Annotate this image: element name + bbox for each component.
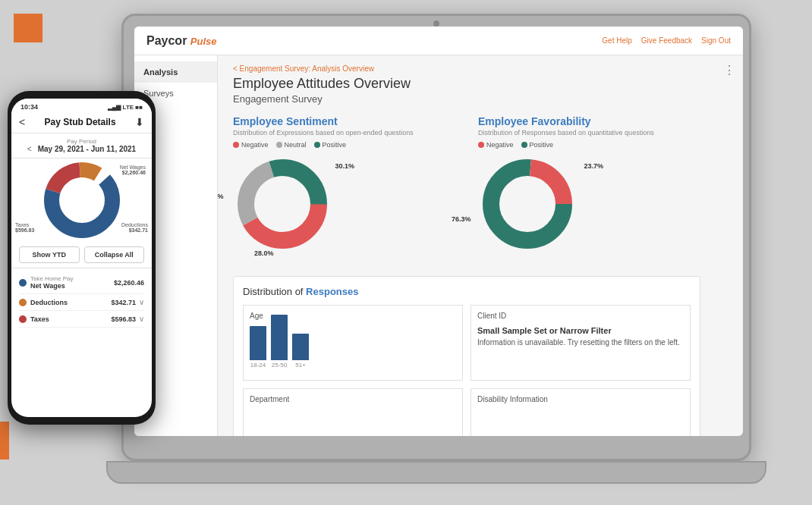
fav-label-positive: 76.3% [452,215,471,223]
distribution-title-bold: Responses [306,286,358,297]
phone-summary: Take Home Pay Net Wages $2,260.46 Deduct… [11,268,152,331]
sentiment-legend: Negative Neutral Positive [233,141,455,149]
sentiment-label-negative: 41.9% [218,193,224,200]
app-logo: Paycor Pulse [146,34,217,48]
fav-positive-dot [521,142,527,148]
fav-positive-label: Positive [530,141,554,149]
summary-taxes-left: Taxes [19,315,49,323]
pay-period-label: Pay Period [19,138,144,145]
sidebar-item-analysis[interactable]: Analysis [134,61,217,83]
negative-label: Negative [241,141,269,149]
deductions-chevron: ∨ [139,298,144,306]
download-icon[interactable]: ⬇ [135,116,144,128]
taxes-chevron: ∨ [139,315,144,323]
phone-taxes-label: Taxes$596.83 [15,222,34,233]
dist-client-title: Client ID [477,312,684,320]
dist-cell-client-id: Client ID Small Sample Set or Narrow Fil… [471,305,691,381]
fav-legend-negative: Negative [478,141,514,149]
back-button[interactable]: < [19,116,25,128]
nav-give-feedback[interactable]: Give Feedback [641,36,692,45]
collapse-all-button[interactable]: Collapse All [84,246,145,263]
phone-chart-area: Net Wages$2,260.46 Taxes$596.83 Deductio… [11,158,152,242]
age-bar-chart: 18-24 25-50 51+ [250,326,456,372]
distribution-grid: Age 18-24 25-50 [243,305,691,436]
summary-net-wages-left: Take Home Pay Net Wages [19,275,73,290]
sentiment-chart-subtitle: Distribution of Expressions based on ope… [233,129,455,136]
sentiment-label-neutral: 28.0% [254,249,274,257]
main-content: < Engagement Survey: Analysis Overview E… [218,55,716,436]
negative-dot [233,142,239,148]
phone-status-bar: 10:34 ▂▄▆ LTE ■■ [11,99,152,113]
fav-legend-positive: Positive [521,141,554,149]
dist-disability-title: Disability Information [477,395,684,403]
app-header: Paycor Pulse Get Help Give Feedback Sign… [134,27,743,55]
page-subtitle: Engagement Survey [233,93,700,105]
empty-title: Small Sample Set or Narrow Filter [477,326,684,335]
dist-cell-disability: Disability Information [471,388,691,436]
favorability-chart-title: Employee Favorability [478,115,700,127]
pay-period-prev[interactable]: < [27,145,32,153]
fav-negative-dot [478,142,484,148]
phone-page-title: Pay Stub Details [45,117,116,127]
phone-time: 10:34 [20,103,38,111]
phone-net-wages-label: Net Wages$2,260.46 [120,165,146,175]
sentiment-legend-positive: Positive [314,141,347,149]
breadcrumb: < Engagement Survey: Analysis Overview [233,64,700,73]
nav-get-help[interactable]: Get Help [602,36,631,45]
net-wages-labels: Take Home Pay Net Wages [30,275,73,290]
phone-deductions-label: Deductions$342.71 [121,222,148,233]
distribution-section: Distribution of Responses Age 18- [233,276,700,436]
summary-deductions[interactable]: Deductions $342.71 ∨ [19,294,144,311]
sentiment-legend-negative: Negative [233,141,269,149]
pay-period-section: Pay Period < May 29, 2021 - Jun 11, 2021 [11,133,152,158]
deductions-label: Deductions [30,299,68,306]
phone-signal: ▂▄▆ LTE ■■ [108,104,143,111]
deductions-dot [19,299,27,306]
laptop-base [106,461,766,484]
charts-row: Employee Sentiment Distribution of Expre… [233,115,700,261]
bar-25-50 [271,315,288,360]
pay-period-nav: < May 29, 2021 - Jun 11, 2021 [19,145,144,153]
net-wages-value: $2,260.46 [114,279,144,287]
sentiment-legend-neutral: Neutral [276,141,307,149]
laptop-webcam [433,20,439,27]
favorability-legend: Negative Positive [478,141,700,149]
three-dots-menu[interactable]: ⋮ [716,55,743,436]
app-nav-links: Get Help Give Feedback Sign Out [602,36,731,45]
fav-label-negative: 23.7% [584,162,603,170]
app-body: Analysis Surveys < Engagement Survey: An… [134,55,743,436]
client-id-empty: Small Sample Set or Narrow Filter Inform… [477,326,684,347]
neutral-label: Neutral [285,141,307,149]
fav-negative-label: Negative [486,141,514,149]
summary-deductions-left: Deductions [19,299,68,306]
app-screen: Paycor Pulse Get Help Give Feedback Sign… [134,27,743,436]
phone-screen: 10:34 ▂▄▆ LTE ■■ < Pay Stub Details ⬇ Pa… [11,99,152,417]
laptop-screen: Paycor Pulse Get Help Give Feedback Sign… [134,27,743,436]
bar-group-25-50: 25-50 [271,315,288,369]
dist-dept-title: Department [250,395,456,403]
positive-dot [314,142,320,148]
laptop-body: Paycor Pulse Get Help Give Feedback Sign… [121,14,751,461]
deductions-value: $342.71 [111,299,136,306]
empty-body: Information is unavailable. Try resettin… [477,338,680,347]
phone-header: < Pay Stub Details ⬇ [11,113,152,133]
app-logo-pulse: Pulse [190,36,217,47]
summary-taxes[interactable]: Taxes $596.83 ∨ [19,311,144,328]
decorative-square-top [14,14,42,42]
phone-device: 10:34 ▂▄▆ LTE ■■ < Pay Stub Details ⬇ Pa… [8,91,156,425]
taxes-value: $596.83 [111,315,136,323]
positive-label: Positive [323,141,347,149]
dist-cell-age: Age 18-24 25-50 [243,305,463,381]
decorative-square-bottom [0,422,9,460]
net-wages-mainlabel: Net Wages [30,282,73,290]
nav-sign-out[interactable]: Sign Out [701,36,731,45]
summary-net-wages: Take Home Pay Net Wages $2,260.46 [19,271,144,294]
bar-group-18-24: 18-24 [250,326,266,369]
bar-51plus [292,334,309,360]
bar-label-51plus: 51+ [295,362,306,369]
sentiment-donut-svg [233,155,332,253]
sentiment-chart-section: Employee Sentiment Distribution of Expre… [233,115,455,261]
bar-label-25-50: 25-50 [272,362,287,369]
net-wages-dot [19,279,27,287]
show-ytd-button[interactable]: Show YTD [19,246,80,263]
